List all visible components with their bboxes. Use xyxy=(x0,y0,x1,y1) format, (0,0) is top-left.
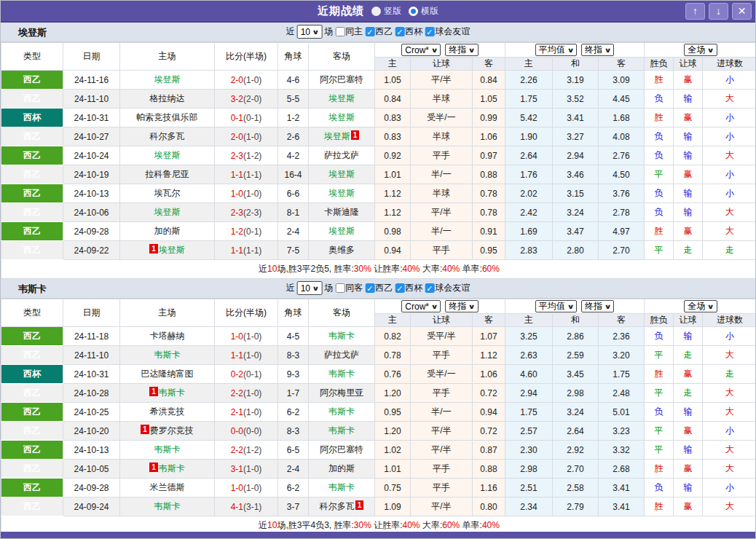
bookmaker-select[interactable]: Crow*∨ xyxy=(401,300,441,312)
match-row: 西乙24-10-13韦斯卡2-2(1-2)6-5阿尔巴塞特1.02平/半0.87… xyxy=(1,441,756,460)
odds-home: 1.01 xyxy=(375,460,411,479)
score-cell: 0-0(0-0) xyxy=(215,422,278,441)
home-team: 1韦斯卡 xyxy=(120,384,215,403)
away-team: 奥维多 xyxy=(309,241,375,260)
recent-games-select[interactable]: 10∨ xyxy=(297,25,323,39)
avg-away: 4.08 xyxy=(599,127,645,146)
sub-header-7: 让球 xyxy=(674,314,703,327)
match-scope-select[interactable]: 全场∨ xyxy=(684,300,717,312)
avg-away: 4.97 xyxy=(599,222,645,241)
checkbox-checked-icon: ✓ xyxy=(365,283,374,293)
result-handicap: 赢 xyxy=(674,165,703,184)
team-name: 埃登斯 xyxy=(18,26,47,39)
result-outcome: 负 xyxy=(645,184,674,203)
league-checkbox-1-label: 西杯 xyxy=(405,25,422,38)
odds-home: 0.84 xyxy=(375,90,411,109)
checkbox-checked-icon: ✓ xyxy=(395,27,404,36)
recent-games-select[interactable]: 10∨ xyxy=(297,281,323,295)
scroll-down-button[interactable]: ↓ xyxy=(709,3,728,20)
bookmaker-select-value: Crow* xyxy=(405,302,429,312)
match-scope-select[interactable]: 全场∨ xyxy=(684,44,717,56)
same-venue-checkbox[interactable]: 同客 xyxy=(335,282,363,294)
home-team: 韦斯卡 xyxy=(120,346,215,365)
odds-stage-select-1[interactable]: 终指∨ xyxy=(445,44,478,56)
avg-away: 3.41 xyxy=(599,497,645,516)
league-checkbox-2[interactable]: ✓球会友谊 xyxy=(425,25,470,38)
same-venue-checkbox[interactable]: 同主 xyxy=(335,25,363,38)
league-checkbox-2[interactable]: ✓球会友谊 xyxy=(425,282,470,294)
away-team-name: 埃登斯 xyxy=(328,93,355,103)
competition-badge: 西乙 xyxy=(1,71,63,90)
half-score: (1-2) xyxy=(243,445,261,455)
half-score: (1-2) xyxy=(243,151,261,161)
match-row: 西乙24-10-19拉科鲁尼亚1-1(1-1)16-4埃登斯1.01半/一0.8… xyxy=(1,165,756,184)
result-outcome: 平 xyxy=(645,384,674,403)
home-team-name: 韦斯卡 xyxy=(154,350,181,360)
home-team-name: 费罗尔竞技 xyxy=(150,425,194,436)
home-team: 1费罗尔竞技 xyxy=(120,422,215,441)
half-score: (2-0) xyxy=(243,94,261,104)
avg-home: 2.02 xyxy=(505,184,553,203)
odds-handicap: 受半/一 xyxy=(411,109,473,127)
result-goals: 小 xyxy=(703,184,756,203)
score-cell: 2-2(1-0) xyxy=(215,384,278,403)
result-handicap: 赢 xyxy=(674,422,703,441)
league-checkbox-0[interactable]: ✓西乙 xyxy=(365,25,393,38)
match-scope-select-value: 全场 xyxy=(688,44,705,56)
result-handicap: 输 xyxy=(674,479,703,497)
average-select-value: 平均值 xyxy=(539,44,565,56)
away-team: 埃登斯 xyxy=(309,184,375,203)
summary-stat-value: 10 xyxy=(267,264,277,274)
result-outcome: 平 xyxy=(645,241,674,260)
result-handicap: 赢 xyxy=(674,109,703,127)
layout-radio-vertical[interactable]: 竖版 xyxy=(371,5,401,17)
home-team-name: 帕索竞技俱乐部 xyxy=(137,112,198,122)
odds-handicap: 平/半 xyxy=(411,422,473,441)
result-outcome: 胜 xyxy=(645,222,674,241)
odds-handicap: 半/一 xyxy=(411,403,473,422)
home-team-name: 卡塔赫纳 xyxy=(150,331,185,341)
chevron-down-icon: ∨ xyxy=(431,47,438,54)
league-checkbox-0[interactable]: ✓西乙 xyxy=(365,282,393,294)
close-button[interactable]: ✕ xyxy=(732,3,752,20)
score-cell: 2-1(1-0) xyxy=(215,403,278,422)
away-team-name: 埃登斯 xyxy=(328,169,355,179)
full-score: 2-0 xyxy=(231,132,243,142)
odds-home: 0.78 xyxy=(375,346,411,365)
home-team: 埃瓦尔 xyxy=(120,184,215,203)
away-team-name: 韦斯卡 xyxy=(328,406,355,417)
home-team: 科尔多瓦 xyxy=(120,127,215,146)
scroll-up-button[interactable]: ↑ xyxy=(685,3,705,20)
avg-away: 3.41 xyxy=(599,479,645,497)
bookmaker-select[interactable]: Crow*∨ xyxy=(401,44,441,56)
average-select[interactable]: 平均值∨ xyxy=(535,44,577,56)
avg-home: 4.60 xyxy=(505,365,553,384)
odds-stage-select-2[interactable]: 终指∨ xyxy=(581,44,614,56)
odds-home: 1.09 xyxy=(375,497,411,516)
result-goals: 大 xyxy=(703,460,756,479)
score-cell: 3-1(1-0) xyxy=(215,460,278,479)
odds-stage-select-2[interactable]: 终指∨ xyxy=(581,300,614,312)
odds-away: 0.94 xyxy=(473,403,505,422)
layout-radio-horizontal[interactable]: 横版 xyxy=(409,5,438,17)
odds-handicap: 平手 xyxy=(411,146,473,165)
match-date: 24-11-10 xyxy=(63,346,120,365)
league-checkbox-1[interactable]: ✓西杯 xyxy=(395,282,422,294)
score-cell: 0-2(0-1) xyxy=(215,365,278,384)
odds-stage-select-1[interactable]: 终指∨ xyxy=(445,300,478,312)
home-team: 埃登斯 xyxy=(120,146,215,165)
results-table: 类型日期主场比分(半场)角球客场Crow*∨终指∨平均值∨终指∨全场∨主让球客主… xyxy=(1,42,756,279)
average-select[interactable]: 平均值∨ xyxy=(535,300,577,312)
away-team-name: 韦斯卡 xyxy=(328,331,355,341)
odds-handicap: 半球 xyxy=(411,127,473,146)
full-score: 1-1 xyxy=(231,245,243,256)
column-header-0: 类型 xyxy=(1,43,63,71)
league-checkbox-1[interactable]: ✓西杯 xyxy=(395,25,422,38)
summary-stat-label: 单率: xyxy=(460,520,482,530)
match-date: 24-11-16 xyxy=(63,71,120,90)
match-filters: 近10∨场同主✓西乙✓西杯✓球会友谊 xyxy=(286,25,470,39)
odds-handicap: 平/半 xyxy=(411,203,473,222)
avg-draw: 3.45 xyxy=(553,365,599,384)
sub-header-0: 主 xyxy=(375,58,411,71)
corner-score: 1-7 xyxy=(278,384,309,403)
